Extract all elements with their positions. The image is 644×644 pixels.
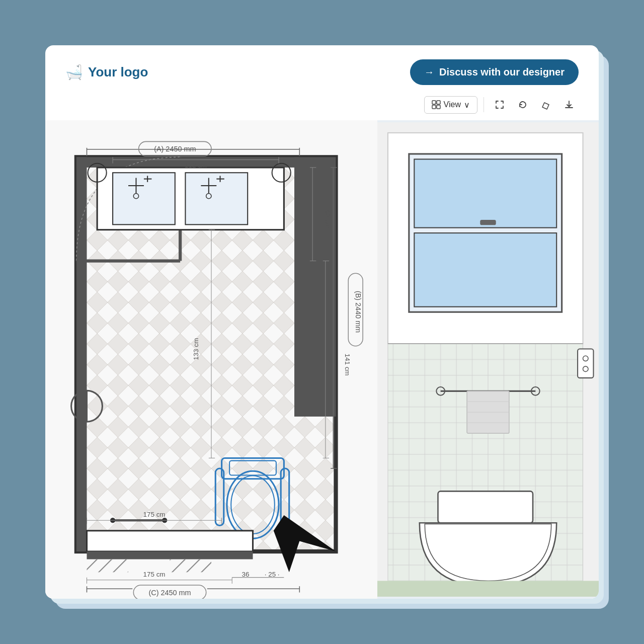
svg-rect-93 [414, 159, 556, 227]
svg-rect-95 [414, 233, 556, 307]
svg-text:175 cm: 175 cm [143, 511, 166, 518]
cta-button[interactable]: → Discuss with our designer [410, 59, 579, 85]
svg-rect-39 [87, 559, 129, 573]
toolbar: View ∨ [45, 95, 599, 120]
logo-icon: 🛁 [65, 64, 83, 80]
svg-rect-2 [432, 105, 436, 109]
svg-text:(A) 2450 mm: (A) 2450 mm [154, 145, 196, 153]
svg-text:(C) 2450 mm: (C) 2450 mm [148, 589, 191, 597]
svg-rect-106 [438, 491, 533, 523]
download-icon [564, 100, 574, 110]
erase-icon [541, 100, 551, 110]
refresh-icon [518, 100, 528, 110]
logo-text: Your logo [88, 64, 148, 80]
erase-button[interactable] [536, 95, 555, 114]
svg-rect-38 [87, 551, 253, 559]
toolbar-separator [484, 97, 484, 112]
logo-area: 🛁 Your logo [65, 64, 148, 80]
download-button[interactable] [559, 95, 579, 114]
svg-rect-111 [377, 581, 599, 597]
svg-text:· 25 ·: · 25 · [265, 571, 280, 578]
expand-icon [495, 100, 505, 110]
floor-plan-panel: (A) 2450 mm 112 cm 63 cm 133 cm [45, 120, 377, 599]
svg-rect-28 [295, 240, 299, 256]
svg-rect-10 [294, 157, 336, 417]
view-chevron-icon: ∨ [464, 100, 470, 110]
svg-rect-29 [295, 261, 299, 277]
svg-text:141 cm: 141 cm [344, 354, 351, 376]
refresh-button[interactable] [513, 95, 532, 114]
svg-rect-0 [432, 101, 436, 104]
svg-rect-3 [437, 105, 440, 109]
cta-label: Discuss with our designer [439, 66, 565, 78]
expand-button[interactable] [490, 95, 509, 114]
svg-text:(B) 2440 mm: (B) 2440 mm [354, 291, 362, 333]
card-stack: 🛁 Your logo → Discuss with our designer … [45, 45, 599, 599]
view-grid-icon [432, 100, 441, 109]
svg-text:112 cm: 112 cm [185, 162, 207, 169]
elevation-panel [377, 120, 599, 599]
svg-rect-9 [76, 157, 87, 551]
svg-rect-108 [578, 349, 593, 378]
svg-rect-37 [87, 531, 253, 551]
main-card: 🛁 Your logo → Discuss with our designer … [45, 45, 599, 599]
content-area: (A) 2450 mm 112 cm 63 cm 133 cm [45, 120, 599, 599]
svg-rect-1 [437, 101, 440, 104]
svg-rect-14 [113, 173, 175, 224]
elevation-svg [377, 120, 599, 599]
svg-text:63 cm: 63 cm [324, 210, 332, 228]
svg-text:175 cm: 175 cm [143, 571, 166, 578]
svg-text:133 cm: 133 cm [192, 338, 200, 360]
floor-plan-svg: (A) 2450 mm 112 cm 63 cm 133 cm [45, 120, 377, 599]
cta-arrow-icon: → [424, 66, 434, 78]
svg-rect-94 [480, 220, 496, 225]
header: 🛁 Your logo → Discuss with our designer [45, 45, 599, 95]
svg-rect-20 [185, 173, 248, 224]
svg-text:36: 36 [242, 571, 250, 578]
view-button[interactable]: View ∨ [424, 96, 477, 114]
view-label: View [444, 100, 461, 109]
svg-rect-40 [170, 559, 212, 573]
